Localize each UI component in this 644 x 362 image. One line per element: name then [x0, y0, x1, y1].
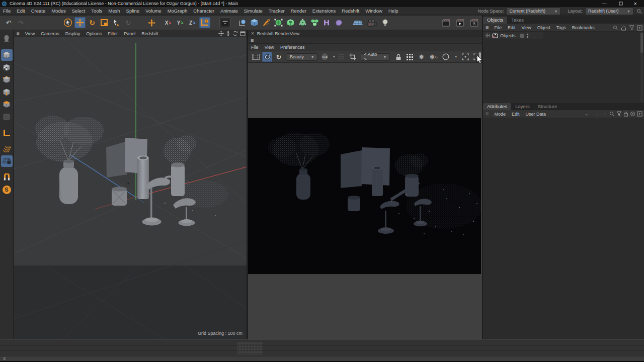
axis-modification-tool[interactable] [146, 17, 157, 28]
lock-icon[interactable] [623, 111, 628, 117]
model-mode-button[interactable] [1, 49, 13, 61]
region-circle-button[interactable] [441, 52, 451, 62]
search-icon[interactable] [636, 9, 642, 14]
rv-menu-preferences[interactable]: Preferences [277, 45, 308, 50]
menu-create[interactable]: Create [28, 8, 49, 14]
menu-animate[interactable]: Animate [217, 8, 241, 14]
menu-help[interactable]: Help [385, 8, 401, 14]
menu-spline[interactable]: Spline [123, 8, 142, 14]
bucket-render-button[interactable] [405, 52, 415, 62]
workplane-button[interactable] [1, 143, 13, 155]
am-menu-userdata[interactable]: User Data [522, 112, 549, 117]
history-back-icon[interactable]: ← [583, 111, 591, 117]
render-pass-dropdown[interactable]: Beauty▼ [287, 53, 317, 61]
field-tool[interactable] [321, 17, 332, 28]
menu-mograph[interactable]: MoGraph [165, 8, 191, 14]
enable-axis-button[interactable] [1, 127, 13, 139]
layout-dropdown[interactable]: Redshift (User)▼ [585, 8, 633, 15]
undo-button[interactable]: ↶ [3, 17, 14, 28]
snap-button[interactable] [1, 171, 13, 183]
layer-toggle[interactable] [520, 34, 524, 38]
viewport-3d-scene[interactable] [14, 37, 247, 339]
small-cup-object[interactable] [112, 187, 127, 206]
lock-y-axis-button[interactable]: Y [175, 17, 186, 28]
object-manager-scrollbar[interactable] [640, 33, 643, 102]
crop-region-button[interactable] [348, 52, 358, 62]
add-null-tool[interactable] [236, 17, 248, 28]
om-menu-file[interactable]: File [491, 25, 505, 30]
freeze-geometry-button[interactable]: ❄G [428, 52, 439, 62]
viewport-dolly-icon[interactable] [226, 31, 230, 36]
make-editable-button[interactable] [1, 32, 13, 44]
objects-root-label[interactable]: Objects [500, 33, 516, 38]
add-cube-tool[interactable] [249, 17, 260, 28]
menu-mesh[interactable]: Mesh [105, 8, 123, 14]
menu-render[interactable]: Render [288, 8, 309, 14]
resolution-dropdown[interactable]: < Auto >▼ [361, 53, 389, 61]
menu-simulate[interactable]: Simulate [241, 8, 266, 14]
focus-pixel-button[interactable] [460, 52, 470, 62]
chevron-down-icon[interactable]: ▾ [333, 55, 335, 59]
menu-character[interactable]: Character [190, 8, 217, 14]
add-box-icon[interactable] [637, 25, 642, 31]
menu-file[interactable]: File [0, 8, 14, 14]
history-forward-icon[interactable]: → [593, 111, 601, 117]
node-space-dropdown[interactable]: Current (Redshift)▼ [506, 8, 560, 15]
texture-mode-button[interactable] [1, 62, 13, 73]
tweak-mode-button-disabled[interactable] [1, 111, 13, 123]
tree-expander-icon[interactable] [486, 33, 490, 38]
simulation-tool-disabled[interactable]: ↻ [123, 17, 134, 28]
parent-up-icon[interactable]: ↑ [602, 111, 608, 117]
renderview-menu-icon[interactable]: ≡ [248, 38, 256, 43]
menu-tools[interactable]: Tools [88, 8, 105, 14]
edges-mode-button[interactable] [1, 86, 13, 98]
light-tool[interactable] [379, 17, 390, 28]
om-menu-edit[interactable]: Edit [505, 25, 519, 30]
om-menu-view[interactable]: View [518, 25, 534, 30]
viewport-maximize-icon[interactable] [240, 31, 246, 36]
lock-x-axis-button[interactable]: X [163, 17, 174, 28]
snapshot-button[interactable] [251, 52, 261, 62]
cylinder-vase-object[interactable] [137, 156, 149, 200]
lock-resolution-button[interactable] [393, 52, 404, 62]
scale-tool[interactable] [99, 17, 110, 28]
subdivision-surface-tool[interactable] [273, 17, 284, 28]
spline-pen-tool[interactable] [261, 17, 272, 28]
rgb-channel-button[interactable]: RGB [321, 53, 329, 61]
renderview-close-icon[interactable]: × [248, 31, 257, 36]
renderview-toggle-button[interactable] [219, 17, 230, 28]
om-menu-bookmarks[interactable]: Bookmarks [569, 25, 598, 30]
search-icon[interactable] [609, 111, 615, 117]
am-menu-mode[interactable]: Mode [491, 112, 509, 117]
om-menu-object[interactable]: Object [534, 25, 553, 30]
menu-redshift[interactable]: Redshift [339, 8, 362, 14]
tab-layers[interactable]: Layers [511, 103, 534, 110]
pixel-grid-button[interactable] [336, 52, 346, 62]
vp-menu-cameras[interactable]: Cameras [38, 31, 62, 36]
filter-icon[interactable] [616, 111, 622, 117]
viewport-menu-icon[interactable]: ≡ [14, 31, 22, 36]
redo-button[interactable]: ↷ [15, 17, 26, 28]
lock-z-axis-button[interactable]: Z [187, 17, 198, 28]
am-menu-edit[interactable]: Edit [509, 112, 523, 117]
rotate-tool[interactable]: ↻ [87, 17, 98, 28]
maximize-button[interactable] [613, 2, 629, 6]
add-box-icon[interactable] [637, 111, 642, 117]
divider[interactable] [247, 30, 248, 339]
live-selection-tool[interactable] [62, 17, 73, 28]
menu-tracker[interactable]: Tracker [266, 8, 288, 14]
menu-edit[interactable]: Edit [14, 8, 28, 14]
tab-objects[interactable]: Objects [483, 17, 507, 24]
lock-workplane-button[interactable] [1, 155, 13, 167]
menu-window[interactable]: Window [362, 8, 385, 14]
home-icon[interactable] [621, 25, 626, 31]
refresh-render-button[interactable]: ↻ [274, 52, 284, 62]
render-settings-button[interactable] [468, 17, 481, 28]
vp-menu-options[interactable]: Options [83, 31, 105, 36]
viewport-pan-icon[interactable] [218, 31, 224, 36]
status-menu-icon[interactable]: ≡ [0, 356, 9, 361]
polygons-mode-button[interactable] [1, 99, 13, 110]
vp-menu-display[interactable]: Display [62, 31, 84, 36]
rv-menu-file[interactable]: File [248, 45, 262, 50]
close-button[interactable]: × [629, 1, 642, 7]
